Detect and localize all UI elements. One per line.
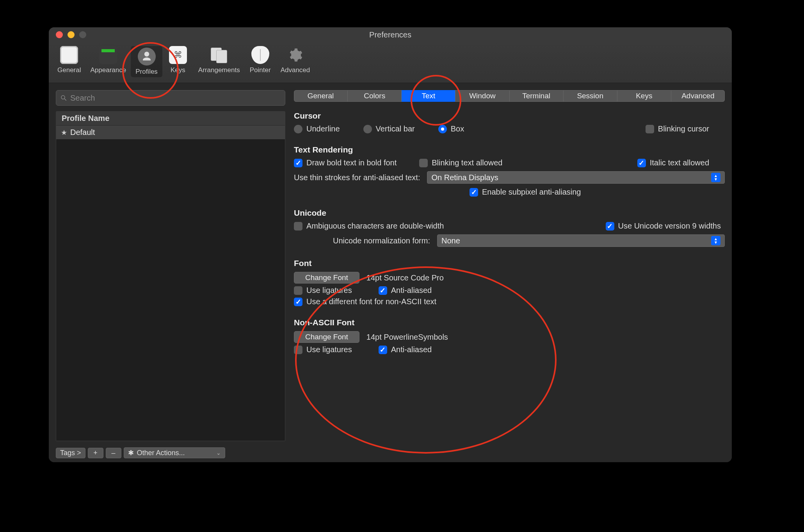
titlebar: Preferences bbox=[49, 27, 732, 42]
svg-line-1 bbox=[64, 99, 66, 101]
chevron-down-icon: ⌄ bbox=[216, 450, 221, 456]
anti-aliased-checkbox[interactable]: Anti-aliased bbox=[379, 286, 432, 295]
tab-general[interactable]: General bbox=[294, 90, 348, 102]
text-rendering-heading: Text Rendering bbox=[294, 145, 725, 154]
unicode-v9-checkbox[interactable]: Use Unicode version 9 widths bbox=[606, 222, 721, 231]
other-actions-label: Other Actions... bbox=[137, 449, 185, 457]
nonascii-font-section: Non-ASCII Font Change Font 14pt Powerlin… bbox=[294, 318, 725, 356]
profiles-icon bbox=[138, 48, 156, 66]
unicode-heading: Unicode bbox=[294, 208, 725, 218]
tab-terminal[interactable]: Terminal bbox=[510, 90, 564, 102]
svg-point-0 bbox=[61, 96, 65, 99]
check-label: Blinking text allowed bbox=[432, 158, 502, 167]
profile-name: Default bbox=[70, 128, 95, 137]
check-label: Use ligatures bbox=[306, 345, 352, 354]
window-title: Preferences bbox=[49, 30, 732, 39]
nonascii-ligatures-checkbox[interactable]: Use ligatures bbox=[294, 345, 352, 354]
nonascii-font-heading: Non-ASCII Font bbox=[294, 318, 725, 327]
ligatures-checkbox[interactable]: Use ligatures bbox=[294, 286, 352, 295]
search-field[interactable] bbox=[56, 90, 285, 106]
body: Profile Name ★ Default Tags > + – ✱ Othe… bbox=[49, 83, 732, 462]
subpixel-aa-checkbox[interactable]: Enable subpixel anti-aliasing bbox=[470, 188, 581, 197]
tags-button[interactable]: Tags > bbox=[56, 448, 85, 458]
main-panel: General Colors Text Window Terminal Sess… bbox=[291, 83, 732, 462]
radio-label: Underline bbox=[306, 124, 340, 133]
unicode-section: Unicode Ambiguous characters are double-… bbox=[294, 208, 725, 249]
stepper-icon: ▲▼ bbox=[711, 236, 720, 245]
tab-colors[interactable]: Colors bbox=[348, 90, 402, 102]
toolbar-general[interactable]: General bbox=[53, 46, 85, 74]
check-label: Draw bold text in bold font bbox=[306, 158, 397, 167]
change-nonascii-font-button[interactable]: Change Font bbox=[294, 331, 359, 343]
appearance-icon bbox=[99, 46, 117, 64]
tab-session[interactable]: Session bbox=[564, 90, 617, 102]
advanced-icon bbox=[286, 46, 304, 64]
different-nonascii-font-checkbox[interactable]: Use a different font for non-ASCII text bbox=[294, 297, 436, 306]
other-actions-menu[interactable]: ✱ Other Actions... ⌄ bbox=[124, 447, 225, 458]
arrangements-icon bbox=[210, 46, 228, 64]
select-value: None bbox=[441, 236, 460, 245]
toolbar-profiles[interactable]: Profiles bbox=[131, 46, 162, 77]
text-rendering-section: Text Rendering Draw bold text in bold fo… bbox=[294, 145, 725, 199]
profile-list-header: Profile Name bbox=[56, 112, 285, 126]
toolbar-pointer[interactable]: Pointer bbox=[245, 46, 276, 74]
current-nonascii-font-label: 14pt PowerlineSymbols bbox=[366, 333, 448, 342]
cursor-vertical-radio[interactable]: Vertical bar bbox=[363, 124, 415, 133]
cursor-section: Cursor Underline Vertical bar Box Blinki… bbox=[294, 111, 725, 136]
check-label: Blinking cursor bbox=[658, 124, 709, 133]
cursor-heading: Cursor bbox=[294, 111, 725, 121]
check-label: Ambiguous characters are double-width bbox=[306, 222, 444, 231]
toolbar: General Appearance Profiles ⌘ Keys Arran… bbox=[49, 42, 732, 83]
font-heading: Font bbox=[294, 259, 725, 268]
toolbar-label: Profiles bbox=[135, 68, 158, 76]
blinking-cursor-checkbox[interactable]: Blinking cursor bbox=[646, 124, 709, 133]
cursor-box-radio[interactable]: Box bbox=[438, 124, 464, 133]
cursor-underline-radio[interactable]: Underline bbox=[294, 124, 340, 133]
minus-icon: – bbox=[112, 449, 116, 457]
gear-icon: ✱ bbox=[128, 449, 134, 457]
toolbar-label: Pointer bbox=[250, 66, 271, 74]
keys-icon: ⌘ bbox=[169, 46, 187, 64]
add-profile-button[interactable]: + bbox=[88, 448, 103, 458]
tab-keys[interactable]: Keys bbox=[617, 90, 671, 102]
remove-profile-button[interactable]: – bbox=[106, 448, 121, 458]
check-label: Anti-aliased bbox=[391, 345, 432, 354]
tab-advanced[interactable]: Advanced bbox=[671, 90, 725, 102]
bold-font-checkbox[interactable]: Draw bold text in bold font bbox=[294, 158, 397, 167]
search-input[interactable] bbox=[70, 94, 281, 103]
italic-text-checkbox[interactable]: Italic text allowed bbox=[637, 158, 709, 167]
nonascii-anti-aliased-checkbox[interactable]: Anti-aliased bbox=[379, 345, 432, 354]
check-label: Use a different font for non-ASCII text bbox=[306, 297, 436, 306]
radio-label: Box bbox=[451, 124, 464, 133]
current-font-label: 14pt Source Code Pro bbox=[366, 273, 444, 282]
toolbar-label: Advanced bbox=[281, 66, 310, 74]
toolbar-advanced[interactable]: Advanced bbox=[276, 46, 315, 74]
tags-label: Tags > bbox=[60, 449, 81, 457]
toolbar-arrangements[interactable]: Arrangements bbox=[194, 46, 245, 74]
change-font-button[interactable]: Change Font bbox=[294, 272, 359, 284]
profile-list: Profile Name ★ Default bbox=[56, 111, 285, 441]
plus-icon: + bbox=[93, 449, 98, 457]
tab-text[interactable]: Text bbox=[402, 90, 455, 102]
tab-window[interactable]: Window bbox=[455, 90, 509, 102]
star-icon: ★ bbox=[61, 128, 67, 137]
check-label: Italic text allowed bbox=[650, 158, 709, 167]
unicode-norm-label: Unicode normalization form: bbox=[333, 236, 430, 245]
select-value: On Retina Displays bbox=[431, 173, 498, 182]
radio-label: Vertical bar bbox=[376, 124, 415, 133]
unicode-norm-select[interactable]: None ▲▼ bbox=[437, 234, 725, 247]
toolbar-appearance[interactable]: Appearance bbox=[85, 46, 131, 74]
preferences-window: Preferences General Appearance Profiles … bbox=[49, 27, 732, 462]
toolbar-keys[interactable]: ⌘ Keys bbox=[162, 46, 194, 74]
thin-strokes-label: Use thin strokes for anti-aliased text: bbox=[294, 173, 420, 182]
check-label: Anti-aliased bbox=[391, 286, 432, 295]
ambiguous-width-checkbox[interactable]: Ambiguous characters are double-width bbox=[294, 222, 444, 231]
thin-strokes-select[interactable]: On Retina Displays ▲▼ bbox=[427, 171, 725, 184]
toolbar-label: Appearance bbox=[90, 66, 126, 74]
font-section: Font Change Font 14pt Source Code Pro Us… bbox=[294, 259, 725, 309]
profile-row-default[interactable]: ★ Default bbox=[56, 126, 285, 139]
stepper-icon: ▲▼ bbox=[711, 173, 720, 182]
sidebar-bottom-bar: Tags > + – ✱ Other Actions... ⌄ bbox=[56, 447, 285, 458]
blinking-text-checkbox[interactable]: Blinking text allowed bbox=[419, 158, 502, 167]
profile-sidebar: Profile Name ★ Default Tags > + – ✱ Othe… bbox=[49, 83, 291, 462]
